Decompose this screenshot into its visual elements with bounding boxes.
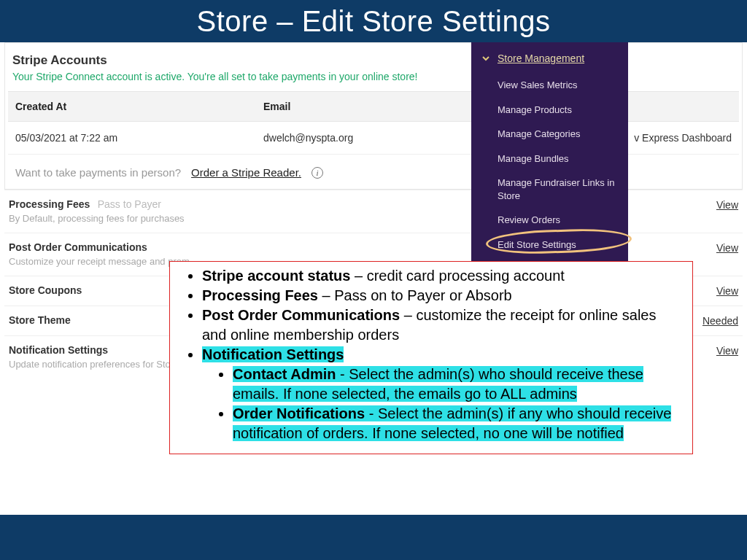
setting-subtext: Update notification preferences for Stor…: [9, 359, 187, 370]
menu-item-manage-products[interactable]: Manage Products: [481, 98, 618, 122]
slide-title: Store – Edit Store Settings: [197, 5, 551, 38]
stripe-reader-row: Want to take payments in person? Order a…: [8, 155, 739, 189]
view-link[interactable]: View: [716, 199, 738, 211]
content-area: Stripe Accounts Your Stripe Connect acco…: [0, 42, 747, 378]
view-link[interactable]: View: [716, 285, 738, 297]
menu-item-manage-fundraiser-links[interactable]: Manage Fundraiser Links in Store: [481, 171, 618, 208]
menu-header-store-management[interactable]: Store Management: [481, 52, 618, 64]
callout-sub-bullet: Contact Admin - Select the admin(s) who …: [233, 365, 681, 404]
menu-item-review-orders[interactable]: Review Orders: [481, 208, 618, 233]
slide-footer-bar: [0, 515, 747, 560]
col-created-at: Created At: [8, 92, 256, 122]
store-management-menu: Store Management View Sales Metrics Mana…: [471, 42, 628, 277]
stripe-accounts-panel: Stripe Accounts Your Stripe Connect acco…: [4, 42, 743, 190]
cell-created-at: 05/03/2021 at 7:22 am: [8, 122, 256, 155]
menu-item-view-sales-metrics[interactable]: View Sales Metrics: [481, 73, 618, 98]
setting-subtext: By Default, processing fees for purchase…: [9, 213, 185, 224]
setting-title: Notification Settings: [9, 344, 108, 356]
menu-item-manage-bundles[interactable]: Manage Bundles: [481, 147, 618, 171]
callout-bullet: Stripe account status – credit card proc…: [202, 266, 681, 286]
table-row: 05/03/2021 at 7:22 am dwelch@nyspta.org …: [8, 122, 739, 155]
reader-question: Want to take payments in person?: [15, 166, 181, 179]
info-icon[interactable]: i: [311, 167, 323, 179]
menu-item-manage-categories[interactable]: Manage Categories: [481, 122, 618, 147]
stripe-status: Your Stripe Connect account is active. Y…: [8, 69, 739, 91]
view-link[interactable]: View: [716, 345, 738, 357]
setting-title: Store Coupons: [9, 284, 82, 296]
slide-title-bar: Store – Edit Store Settings: [0, 0, 747, 42]
setting-inline-value: Pass to Payer: [98, 198, 161, 210]
setting-subtext: Customize your receipt message and prom: [9, 256, 190, 267]
callout-bullet: Notification Settings Contact Admin - Se…: [202, 345, 681, 443]
menu-item-edit-store-settings[interactable]: Edit Store Settings: [481, 233, 618, 257]
menu-header-label: Store Management: [498, 52, 584, 64]
action-needed-link[interactable]: Needed: [703, 315, 738, 327]
setting-title: Post Order Communications: [9, 241, 147, 253]
annotation-callout: Stripe account status – credit card proc…: [169, 261, 693, 454]
stripe-accounts-table: Created At Email 05/03/2021 at 7:22 am d…: [8, 91, 739, 155]
order-stripe-reader-link[interactable]: Order a Stripe Reader.: [191, 166, 301, 179]
chevron-down-icon: [481, 54, 490, 63]
setting-title: Processing Fees: [9, 198, 90, 210]
setting-title: Store Theme: [9, 314, 71, 326]
view-link[interactable]: View: [716, 242, 738, 254]
setting-processing-fees: Processing Fees Pass to Payer By Default…: [4, 190, 743, 233]
callout-bullet: Processing Fees – Pass on to Payer or Ab…: [202, 286, 681, 306]
view-express-dashboard-link[interactable]: v Express Dashboard: [634, 132, 732, 144]
callout-bullet: Post Order Communications – customize th…: [202, 306, 681, 345]
stripe-heading: Stripe Accounts: [8, 50, 739, 69]
menu-item-label: Edit Store Settings: [498, 239, 576, 250]
callout-sub-bullet: Order Notifications - Select the admin(s…: [233, 404, 681, 443]
